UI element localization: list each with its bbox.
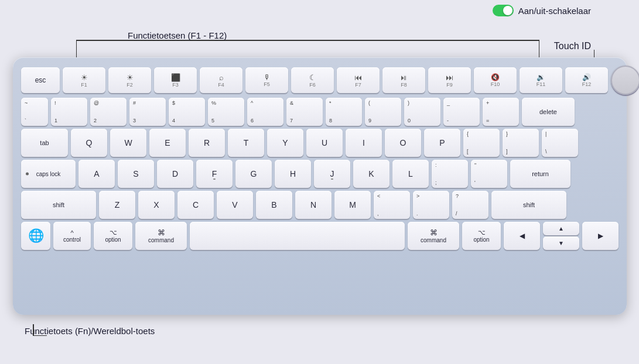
key-y[interactable]: Y <box>267 129 303 157</box>
key-b[interactable]: B <box>256 191 292 219</box>
key-delete[interactable]: delete <box>522 98 575 126</box>
key-spacebar[interactable] <box>190 222 405 250</box>
key-4[interactable]: $ 4 <box>169 98 205 126</box>
key-s[interactable]: S <box>118 160 154 188</box>
key-w[interactable]: W <box>110 129 146 157</box>
cmd-left-symbol: ⌘ <box>158 228 165 237</box>
key-option-left[interactable]: ⌥ option <box>94 222 132 250</box>
key-command-left[interactable]: ⌘ command <box>135 222 187 250</box>
fn-label: Functietoets (Fn)/Wereldbol-toets <box>25 326 155 336</box>
ctrl-label: control <box>63 236 81 243</box>
key-h[interactable]: H <box>275 160 311 188</box>
key-comma[interactable]: < , <box>374 191 410 219</box>
key-rbracket[interactable]: } ] <box>503 129 539 157</box>
key-g[interactable]: G <box>235 160 272 188</box>
key-arrow-down[interactable]: ▼ <box>543 236 579 250</box>
shift-right-label: shift <box>523 201 535 208</box>
key-return[interactable]: return <box>510 160 570 188</box>
f5-label: F5 <box>264 81 270 87</box>
key-e[interactable]: E <box>149 129 186 157</box>
key-period[interactable]: > . <box>413 191 449 219</box>
capslock-indicator <box>26 173 29 176</box>
key-f8[interactable]: ⏯ F8 <box>382 67 425 93</box>
tab-label: tab <box>40 139 49 146</box>
toggle-switch[interactable] <box>493 5 514 16</box>
key-3[interactable]: # 3 <box>129 98 166 126</box>
key-arrow-up[interactable]: ▲ <box>543 222 579 235</box>
key-7[interactable]: & 7 <box>286 98 323 126</box>
key-6[interactable]: ^ 6 <box>247 98 283 126</box>
key-command-right[interactable]: ⌘ command <box>408 222 459 250</box>
key-slash[interactable]: ? / <box>452 191 488 219</box>
key-a[interactable]: A <box>78 160 115 188</box>
key-backtick[interactable]: ~ ` <box>21 98 48 126</box>
key-2[interactable]: @ 2 <box>90 98 127 126</box>
key-semicolon[interactable]: : ; <box>432 160 468 188</box>
key-touchid[interactable] <box>611 66 639 95</box>
key-f[interactable]: F <box>196 160 233 188</box>
key-f5[interactable]: 🎙 F5 <box>245 67 288 93</box>
key-j[interactable]: J <box>314 160 350 188</box>
key-f10[interactable]: 🔇 F10 <box>474 67 517 93</box>
key-shift-left[interactable]: shift <box>21 191 96 219</box>
key-f7[interactable]: ⏮ F7 <box>337 67 380 93</box>
arrow-right-icon: ▶ <box>598 232 603 240</box>
key-t[interactable]: T <box>228 129 264 157</box>
esc-label: esc <box>35 76 46 84</box>
functietoetsen-annotation: Functietoetsen (F1 - F12) <box>128 30 227 40</box>
key-f9[interactable]: ⏭ F9 <box>428 67 471 93</box>
key-k[interactable]: K <box>353 160 389 188</box>
f11-icon: 🔉 <box>537 73 545 81</box>
key-capslock[interactable]: caps lock <box>21 160 76 188</box>
key-control[interactable]: ^ control <box>53 222 91 250</box>
key-f2[interactable]: ☀ F2 <box>108 67 151 93</box>
f12-label: F12 <box>582 81 592 87</box>
touchid-annotation: Touch ID <box>554 41 591 51</box>
key-q[interactable]: Q <box>71 129 107 157</box>
key-globe[interactable]: 🌐 <box>21 222 50 250</box>
key-option-right[interactable]: ⌥ option <box>462 222 501 250</box>
key-v[interactable]: V <box>217 191 253 219</box>
key-arrow-right[interactable]: ▶ <box>582 222 619 250</box>
key-r[interactable]: R <box>189 129 225 157</box>
key-u[interactable]: U <box>306 129 343 157</box>
key-equal[interactable]: + = <box>483 98 519 126</box>
key-x[interactable]: X <box>138 191 175 219</box>
key-n[interactable]: N <box>295 191 332 219</box>
key-backslash[interactable]: | \ <box>542 129 578 157</box>
key-quote[interactable]: " ' <box>471 160 507 188</box>
cmd-right-symbol: ⌘ <box>430 228 438 237</box>
key-f11[interactable]: 🔉 F11 <box>520 67 562 93</box>
key-tab[interactable]: tab <box>21 129 68 157</box>
key-f4[interactable]: ⌕ F4 <box>200 67 242 93</box>
key-5[interactable]: % 5 <box>208 98 244 126</box>
key-lbracket[interactable]: { [ <box>463 129 500 157</box>
key-o[interactable]: O <box>385 129 421 157</box>
key-esc[interactable]: esc <box>21 67 60 93</box>
key-f6[interactable]: ☾ F6 <box>291 67 334 93</box>
key-shift-right[interactable]: shift <box>491 191 566 219</box>
key-z[interactable]: Z <box>99 191 135 219</box>
key-8[interactable]: * 8 <box>326 98 362 126</box>
globe-icon: 🌐 <box>28 228 44 243</box>
key-d[interactable]: D <box>157 160 193 188</box>
key-f1[interactable]: ☀ F1 <box>63 67 105 93</box>
key-l[interactable]: L <box>392 160 429 188</box>
f6-label: F6 <box>309 82 316 88</box>
key-9[interactable]: ( 9 <box>365 98 401 126</box>
key-0[interactable]: ) 0 <box>404 98 440 126</box>
arrow-updown-stack: ▲ ▼ <box>543 222 579 250</box>
key-i[interactable]: I <box>346 129 382 157</box>
key-m[interactable]: M <box>334 191 371 219</box>
key-p[interactable]: P <box>424 129 460 157</box>
key-arrow-left[interactable]: ◀ <box>504 222 540 250</box>
opt-left-label: option <box>105 236 121 243</box>
key-f12[interactable]: 🔊 F12 <box>565 67 608 93</box>
opt-left-symbol: ⌥ <box>110 229 117 236</box>
f3-icon: ⬛ <box>171 73 180 82</box>
key-minus[interactable]: _ - <box>443 98 480 126</box>
key-c[interactable]: C <box>177 191 214 219</box>
key-f3[interactable]: ⬛ F3 <box>154 67 197 93</box>
key-1[interactable]: ! 1 <box>51 98 87 126</box>
aanuit-label: Aan/uit-schakelaar <box>518 6 591 16</box>
